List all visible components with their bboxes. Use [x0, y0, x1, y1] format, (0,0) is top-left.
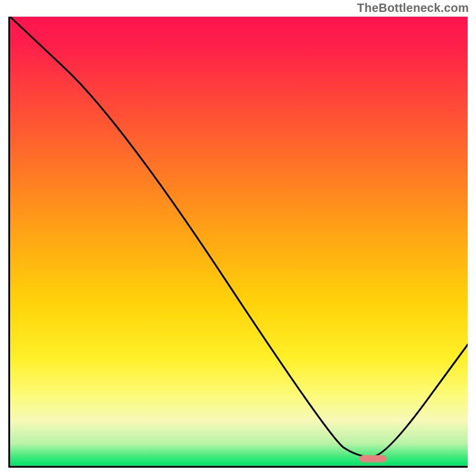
attribution-text: TheBottleneck.com — [357, 1, 469, 15]
plot-area — [8, 17, 468, 468]
bottleneck-curve — [10, 17, 468, 466]
optimal-marker — [359, 455, 387, 462]
